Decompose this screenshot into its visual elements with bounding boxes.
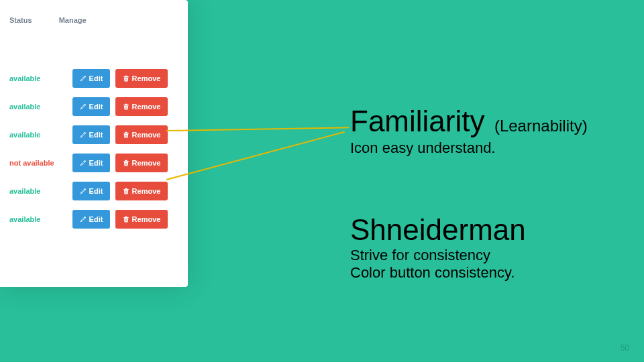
remove-label: Remove: [132, 131, 161, 139]
panel-headers: Status Manage: [9, 12, 178, 64]
remove-button[interactable]: Remove: [115, 69, 168, 88]
table-row: availableEditRemove: [9, 121, 178, 149]
pencil-icon: [80, 216, 87, 223]
edit-button[interactable]: Edit: [72, 125, 110, 144]
table-row: availableEditRemove: [9, 93, 178, 121]
familiarity-block: Familiarity (Learnability) Icon easy und…: [350, 106, 588, 157]
remove-button[interactable]: Remove: [115, 154, 168, 172]
edit-label: Edit: [89, 131, 103, 139]
pencil-icon: [80, 103, 87, 110]
edit-label: Edit: [89, 103, 103, 111]
trash-icon: [123, 75, 129, 82]
status-badge: available: [9, 215, 72, 223]
remove-button[interactable]: Remove: [115, 97, 168, 116]
remove-label: Remove: [132, 74, 161, 82]
edit-button[interactable]: Edit: [72, 210, 110, 229]
table-row: not availableEditRemove: [9, 149, 178, 177]
shneiderman-block: Shneiderman Strive for consistency Color…: [350, 215, 526, 282]
header-manage: Manage: [59, 16, 87, 24]
connector-line: [166, 131, 345, 180]
remove-button[interactable]: Remove: [115, 125, 168, 144]
trash-icon: [123, 103, 129, 110]
pencil-icon: [80, 188, 87, 194]
trash-icon: [123, 188, 129, 194]
trash-icon: [123, 216, 129, 223]
edit-label: Edit: [89, 215, 103, 223]
pencil-icon: [80, 160, 87, 166]
trash-icon: [123, 131, 129, 138]
remove-label: Remove: [132, 187, 161, 195]
status-badge: available: [9, 131, 72, 139]
status-panel: Status Manage availableEditRemoveavailab…: [0, 0, 188, 287]
table-row: availableEditRemove: [9, 64, 178, 93]
header-status: Status: [9, 16, 32, 24]
heading-paren: (Learnability): [494, 117, 588, 135]
edit-label: Edit: [89, 159, 103, 167]
edit-button[interactable]: Edit: [72, 154, 110, 172]
connector-line: [166, 127, 349, 131]
status-badge: available: [9, 103, 72, 111]
sub-consistency-2: Color button consistency.: [350, 264, 526, 282]
edit-button[interactable]: Edit: [72, 69, 110, 88]
trash-icon: [123, 160, 129, 166]
status-badge: available: [9, 187, 72, 195]
edit-button[interactable]: Edit: [72, 182, 110, 200]
edit-label: Edit: [89, 187, 103, 195]
pencil-icon: [80, 131, 87, 138]
remove-label: Remove: [132, 103, 161, 111]
remove-label: Remove: [132, 215, 161, 223]
heading-shneiderman: Shneiderman: [350, 215, 526, 245]
heading-familiarity: Familiarity: [350, 105, 484, 137]
edit-label: Edit: [89, 74, 103, 82]
status-badge: not available: [9, 159, 72, 167]
edit-button[interactable]: Edit: [72, 97, 110, 116]
pencil-icon: [80, 75, 87, 82]
status-badge: available: [9, 74, 72, 82]
remove-button[interactable]: Remove: [115, 210, 168, 229]
page-number: 50: [621, 343, 629, 353]
sub-consistency-1: Strive for consistency: [350, 247, 526, 264]
remove-button[interactable]: Remove: [115, 182, 168, 200]
sub-familiarity: Icon easy understand.: [350, 139, 588, 157]
remove-label: Remove: [132, 159, 161, 167]
table-row: availableEditRemove: [9, 177, 178, 205]
table-row: availableEditRemove: [9, 205, 178, 233]
